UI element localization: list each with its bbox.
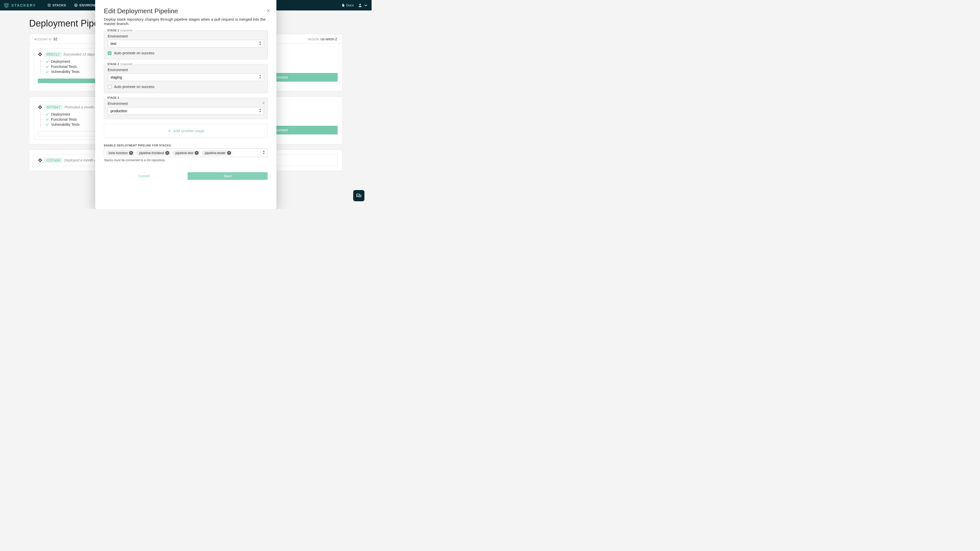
stack-chip: pipeline-test ✕: [172, 150, 200, 156]
svg-point-1: [360, 4, 361, 5]
save-button[interactable]: Save: [188, 172, 268, 180]
stage-3: Stage 3 × Environment production: [104, 98, 268, 119]
add-stage-label: Add another stage: [173, 129, 205, 133]
chip-label: lone-function: [109, 151, 127, 155]
stage-label: Stage 3: [107, 96, 119, 99]
stacks-multiselect[interactable]: lone-function ✕ pipeline-frontend ✕ pipe…: [104, 148, 268, 157]
select-caret-icon: [262, 151, 265, 155]
env-label: Environment: [108, 68, 264, 72]
nav-stacks[interactable]: STACKS: [44, 0, 69, 11]
region-label: REGION: [308, 38, 319, 41]
check-icon: [45, 118, 49, 121]
doc-icon: [342, 3, 345, 7]
commit-sha[interactable]: 6070947: [45, 105, 62, 110]
modal-close-button[interactable]: ×: [267, 8, 270, 14]
region-value: us-west-2: [321, 37, 337, 41]
modal-title: Edit Deployment Pipeline: [104, 7, 268, 15]
auto-promote-row[interactable]: Auto promote on success: [108, 51, 264, 55]
stage-required: (required): [120, 62, 132, 65]
commit-sha[interactable]: 6f0b212: [45, 52, 62, 57]
brand-text: STACKERY: [11, 3, 36, 7]
topbar-right: Docs: [342, 3, 368, 8]
check-icon: [45, 65, 49, 68]
chip-remove-icon[interactable]: ✕: [165, 151, 169, 155]
chip-remove-icon[interactable]: ✕: [227, 151, 231, 155]
chip-label: pipeline-frontend: [139, 151, 164, 155]
user-menu[interactable]: [358, 3, 368, 8]
check-icon: [45, 70, 49, 74]
chip-label: pipeline-tester: [205, 151, 226, 155]
chat-fab[interactable]: [353, 190, 364, 201]
user-icon: [358, 3, 363, 8]
commit-sha[interactable]: c237ab6: [45, 158, 62, 163]
env-select[interactable]: staging: [108, 73, 264, 81]
auto-promote-label: Auto promote on success: [114, 85, 154, 89]
env-select[interactable]: production: [108, 107, 264, 115]
check-icon: [45, 113, 49, 116]
account-id-label: ACCOUNT ID: [35, 38, 52, 41]
auto-promote-row[interactable]: Auto promote on success: [108, 85, 264, 89]
chip-remove-icon[interactable]: ✕: [195, 151, 199, 155]
add-stage-button[interactable]: Add another stage: [104, 124, 268, 138]
git-commit-icon: [38, 158, 42, 162]
chip-label: pipeline-test: [175, 151, 193, 155]
stage-label: Stage 1: [107, 29, 119, 32]
stack-chip: pipeline-frontend ✕: [136, 150, 171, 156]
chat-icon: [356, 193, 362, 198]
check-icon: [45, 60, 49, 64]
stack-chip: lone-function ✕: [106, 150, 135, 156]
docs-label: Docs: [346, 3, 354, 7]
remove-stage-button[interactable]: ×: [262, 100, 265, 106]
stack-chip: pipeline-tester ✕: [202, 150, 232, 156]
chevron-down-icon: [363, 3, 368, 8]
stacks-icon: [47, 3, 51, 7]
checkbox-unchecked-icon: [108, 85, 111, 89]
edit-pipeline-modal: × Edit Deployment Pipeline Deploy stack …: [95, 0, 277, 209]
chip-remove-icon[interactable]: ✕: [129, 151, 133, 155]
stackery-logo-icon: [3, 3, 9, 8]
cancel-button[interactable]: Cancel: [104, 172, 184, 180]
env-label: Environment: [108, 34, 264, 38]
stage-legend: Stage 2 (required): [106, 62, 134, 65]
stacks-section-label: ENABLE DEPLOYMENT PIPELINE FOR STACKS: [104, 144, 268, 147]
stage-required: (required): [120, 29, 132, 32]
check-icon: [45, 123, 49, 127]
modal-description: Deploy stack repository changes through …: [104, 17, 268, 26]
stage-2: Stage 2 (required) Environment staging A…: [104, 64, 268, 93]
brand-logo[interactable]: STACKERY: [3, 3, 36, 8]
env-label: Environment: [108, 102, 264, 106]
modal-actions: Cancel Save: [104, 172, 268, 180]
stacks-helper-text: Stacks must be connected to a Git reposi…: [104, 159, 268, 162]
stage-1: Stage 1 (required) Environment test: [104, 30, 268, 59]
nav-stacks-label: STACKS: [52, 3, 66, 7]
stage-legend: Stage 1 (required): [106, 29, 134, 32]
status-text: Deployed a month ago: [64, 158, 100, 162]
checkbox-checked-icon: [108, 51, 111, 55]
account-id-value: 32: [53, 37, 57, 41]
plus-icon: [167, 129, 171, 133]
auto-promote-label: Auto promote on success: [114, 51, 154, 55]
stage-legend: Stage 3: [106, 96, 120, 99]
env-select[interactable]: test: [108, 40, 264, 48]
docs-link[interactable]: Docs: [342, 3, 354, 7]
globe-icon: [74, 3, 78, 7]
git-commit-icon: [38, 52, 42, 57]
stage-label: Stage 2: [107, 62, 119, 65]
git-commit-icon: [38, 105, 42, 110]
